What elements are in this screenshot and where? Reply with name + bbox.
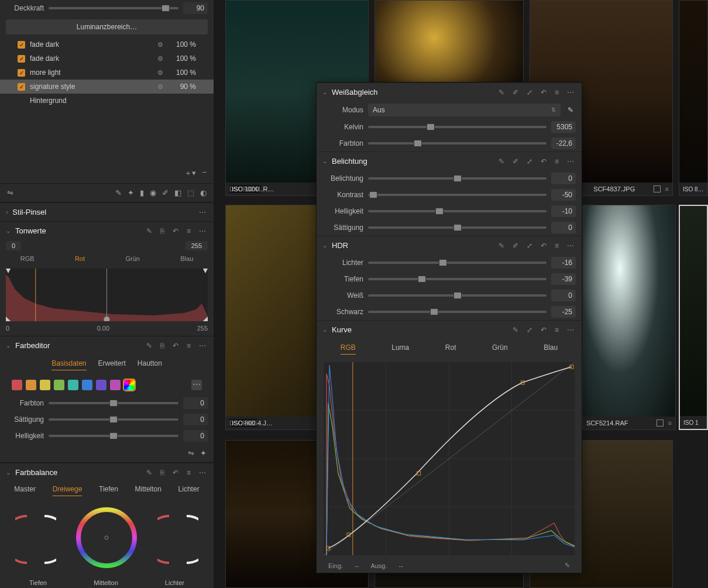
swap-icon[interactable]: ⇋ [188, 449, 194, 458]
deckkraft-value[interactable]: 90 [183, 2, 208, 14]
swatch-magenta[interactable] [110, 380, 121, 390]
helligkeit-slider[interactable] [49, 435, 178, 437]
chevron-down-icon[interactable]: ⌄ [6, 342, 11, 349]
undo-icon[interactable]: ↶ [171, 469, 180, 477]
kontrast-slider[interactable] [368, 194, 547, 196]
copy-icon[interactable]: ⎘ [159, 342, 166, 350]
swatch-purple[interactable] [96, 380, 106, 390]
tab-rot[interactable]: Rot [70, 254, 90, 263]
undo-icon[interactable]: ↶ [539, 242, 548, 250]
swatch-orange[interactable] [26, 380, 36, 390]
lichter-slider[interactable] [368, 262, 547, 264]
chevron-down-icon[interactable]: ⌄ [6, 469, 11, 476]
saettigung-value[interactable]: 0 [551, 222, 576, 233]
tiefen-slider[interactable] [368, 278, 547, 280]
add-icon[interactable]: ＋▾ [184, 168, 196, 178]
layer-checkbox[interactable]: ✓ [18, 41, 25, 49]
copy-icon[interactable]: ⇋ [7, 188, 13, 197]
curve-plot[interactable] [324, 362, 575, 555]
auto-icon[interactable]: ✎ [497, 88, 506, 97]
menu-icon[interactable]: ≡ [553, 326, 561, 334]
tab-mittelton[interactable]: Mittelton [135, 485, 161, 496]
kelvin-value[interactable]: 5305 [551, 121, 576, 133]
expand-icon[interactable]: ⤢ [525, 88, 534, 97]
luminanzbereich-button[interactable]: Luminanzbereich… [6, 19, 208, 35]
tab-gruen[interactable]: Grün [121, 254, 144, 263]
weiss-slider[interactable] [368, 294, 547, 297]
layer-checkbox[interactable]: ✓ [18, 55, 25, 63]
curve-picker-icon[interactable]: ✎ [565, 562, 570, 569]
copy-icon[interactable]: ⎘ [159, 469, 166, 477]
thumbnail[interactable] [374, 0, 524, 94]
layer-checkbox[interactable]: ✓ [18, 83, 25, 91]
levels-histogram[interactable] [6, 269, 208, 321]
helligkeit-value[interactable]: -10 [551, 205, 576, 217]
undo-icon[interactable]: ↶ [539, 157, 548, 166]
more-icon[interactable]: ⋯ [565, 242, 576, 250]
pen-icon[interactable]: ✐ [511, 242, 520, 250]
menu-icon[interactable]: ≡ [185, 469, 193, 477]
menu-icon[interactable]: ≡ [553, 88, 561, 97]
more-icon[interactable]: ⋯ [197, 227, 208, 235]
pen-icon[interactable]: ✐ [511, 157, 520, 166]
mittelton-wheel[interactable] [74, 506, 139, 570]
brush-icon[interactable]: ✐ [162, 188, 169, 197]
menu-icon[interactable]: ≡ [665, 185, 669, 192]
weiss-value[interactable]: 0 [551, 290, 576, 301]
rating-badge[interactable] [654, 185, 661, 192]
rating-badge[interactable] [657, 419, 664, 427]
chevron-down-icon[interactable]: ⌄ [322, 158, 327, 164]
picker-icon[interactable]: ✦ [200, 449, 207, 458]
hintergrund-item[interactable]: Hintergrund [0, 94, 214, 108]
wand-icon[interactable]: ✦ [128, 188, 134, 197]
adjustments-icon[interactable]: ⚙ [157, 83, 163, 91]
tab-dreiwege[interactable]: Dreiwege [53, 485, 83, 496]
adjustments-icon[interactable]: ⚙ [157, 55, 163, 63]
thumbnail[interactable]: SCF5214.RAF ≡ [582, 205, 676, 430]
menu-icon[interactable]: ≡ [185, 227, 193, 235]
tab-gruen[interactable]: Grün [492, 343, 508, 355]
chevron-down-icon[interactable]: ⌄ [322, 89, 327, 95]
undo-icon[interactable]: ↶ [539, 88, 548, 97]
more-icon[interactable]: ⋯ [197, 342, 208, 350]
auto-icon[interactable]: ✎ [145, 227, 154, 235]
swatch-all[interactable] [124, 380, 135, 390]
swatch-yellow[interactable] [40, 380, 50, 390]
more-icon[interactable]: ⋯ [565, 326, 576, 334]
invert-icon[interactable]: ◐ [200, 188, 207, 197]
schwarz-slider[interactable] [368, 311, 547, 313]
tab-luma[interactable]: Luma [391, 343, 409, 355]
expand-icon[interactable]: ⤢ [525, 242, 534, 250]
swatch-aqua[interactable] [68, 380, 78, 390]
levels-min[interactable]: 0 [6, 241, 21, 250]
undo-icon[interactable]: ↶ [171, 342, 180, 350]
layer-checkbox[interactable]: ✓ [18, 69, 25, 77]
more-icon[interactable]: ⋯ [565, 157, 576, 166]
menu-icon[interactable]: ≡ [185, 342, 193, 350]
layer-item[interactable]: ✓ fade dark ⚙ 100 % [0, 51, 214, 66]
swatch-green[interactable] [54, 380, 64, 390]
eraser-icon[interactable]: ◧ [174, 188, 181, 197]
more-icon[interactable]: ⋯ [197, 469, 208, 477]
menu-icon[interactable]: ≡ [553, 242, 561, 250]
pen-icon[interactable]: ✐ [511, 88, 520, 97]
swatch-blue[interactable] [82, 380, 92, 390]
adjustments-icon[interactable]: ⚙ [157, 41, 163, 49]
menu-icon[interactable]: ≡ [553, 157, 561, 166]
chevron-down-icon[interactable]: ⌄ [6, 228, 11, 234]
swatch-red[interactable] [12, 380, 22, 390]
levels-max[interactable]: 255 [185, 241, 208, 250]
more-icon[interactable]: ⋯ [565, 88, 576, 97]
levels-gamma[interactable]: 0.00 [97, 325, 109, 332]
tab-blau[interactable]: Blau [544, 343, 558, 355]
kelvin-slider[interactable] [368, 126, 547, 128]
tiefen-value[interactable]: -39 [551, 273, 576, 285]
chevron-down-icon[interactable]: ⌄ [322, 242, 327, 249]
modus-dropdown[interactable]: Aus ⇅ [368, 104, 561, 116]
more-icon[interactable]: ⋯ [197, 208, 208, 216]
farbton-value[interactable]: 0 [183, 397, 208, 409]
levels-out-max[interactable]: 255 [197, 325, 208, 332]
auto-icon[interactable]: ✎ [145, 342, 154, 350]
tab-tiefen[interactable]: Tiefen [99, 485, 118, 496]
farbton-value[interactable]: -22,6 [551, 137, 576, 149]
